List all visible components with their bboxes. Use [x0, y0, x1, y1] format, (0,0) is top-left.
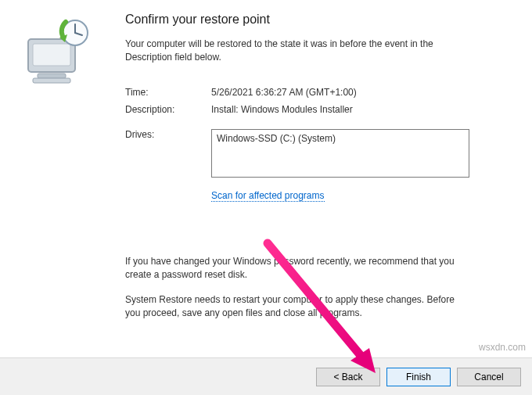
drive-item[interactable]: Windows-SSD (C:) (System)	[217, 133, 464, 144]
time-row: Time: 5/26/2021 6:36:27 AM (GMT+1:00)	[125, 87, 505, 98]
description-value: Install: Windows Modules Installer	[211, 104, 505, 115]
svg-rect-1	[33, 44, 70, 66]
page-title: Confirm your restore point	[125, 13, 505, 27]
password-note: If you have changed your Windows passwor…	[125, 255, 462, 282]
description-row: Description: Install: Windows Modules In…	[125, 104, 505, 115]
scan-affected-programs-link[interactable]: Scan for affected programs	[211, 190, 325, 202]
main-column: Confirm your restore point Your computer…	[125, 13, 516, 357]
content-area: Confirm your restore point Your computer…	[0, 0, 532, 357]
time-value: 5/26/2021 6:36:27 AM (GMT+1:00)	[211, 87, 505, 98]
icon-column	[16, 13, 125, 357]
drives-row: Drives: Windows-SSD (C:) (System)	[125, 129, 505, 178]
system-restore-icon	[20, 17, 125, 88]
drives-label: Drives:	[125, 129, 211, 140]
button-bar: < Back Finish Cancel	[0, 357, 532, 395]
finish-button[interactable]: Finish	[386, 368, 451, 386]
watermark-text: wsxdn.com	[479, 342, 526, 353]
system-restore-dialog: Confirm your restore point Your computer…	[0, 0, 532, 395]
cancel-button[interactable]: Cancel	[457, 368, 521, 386]
description-label: Description:	[125, 104, 211, 115]
svg-rect-2	[38, 74, 66, 78]
restart-note: System Restore needs to restart your com…	[125, 293, 462, 321]
svg-rect-3	[33, 78, 70, 83]
time-label: Time:	[125, 87, 211, 98]
drives-listbox[interactable]: Windows-SSD (C:) (System)	[211, 129, 469, 178]
back-button[interactable]: < Back	[316, 368, 380, 386]
intro-text: Your computer will be restored to the st…	[125, 38, 462, 65]
